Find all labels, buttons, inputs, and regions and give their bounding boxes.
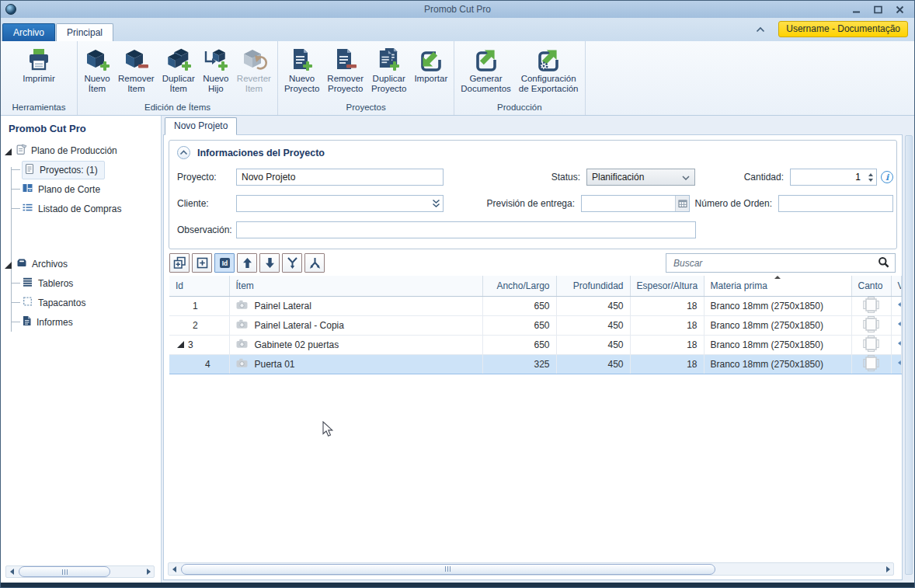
ribbon-group-proyectos: Nuevo Proyecto Remover Proyecto Duplicar… xyxy=(278,41,454,115)
column-header-materia-prima[interactable]: Materia prima xyxy=(704,276,851,296)
minimize-button[interactable] xyxy=(851,5,861,15)
insert-button[interactable] xyxy=(192,253,212,273)
project-tab[interactable]: Novo Projeto xyxy=(165,117,237,135)
status-dropdown[interactable]: Planificación xyxy=(586,169,695,186)
scroll-left-arrow[interactable] xyxy=(6,566,17,577)
tree-node-tapacantos[interactable]: Tapacantos xyxy=(1,293,161,312)
ribbon-collapse-button[interactable] xyxy=(752,23,769,37)
column-header-vet[interactable]: Vet xyxy=(891,276,902,296)
tree-node-archivos[interactable]: Archivos xyxy=(1,254,161,273)
sidebar-horizontal-scrollbar[interactable] xyxy=(5,565,155,578)
move-row-handle[interactable] xyxy=(898,341,902,352)
column-header-profundidad[interactable]: Profundidad xyxy=(556,276,630,296)
prevision-label: Previsión de entrega: xyxy=(483,198,575,209)
table-row[interactable]: 2 Painel Lateral - Copia 650 450 18 Bran… xyxy=(169,315,902,335)
prevision-input[interactable] xyxy=(582,196,675,211)
column-header-ancho[interactable]: Ancho/Largo xyxy=(482,276,556,296)
cubes-plus-icon xyxy=(165,46,192,74)
column-header-id[interactable]: Id xyxy=(169,276,229,296)
tree-node-label: Listado de Compras xyxy=(38,204,121,214)
cantidad-input[interactable] xyxy=(791,169,865,185)
move-row-handle[interactable] xyxy=(898,360,902,371)
spin-up-icon[interactable] xyxy=(868,173,873,176)
merge-button[interactable] xyxy=(282,253,302,273)
project-info-panel: Informaciones del Proyecto Proyecto: Sta… xyxy=(169,140,897,249)
remover-proyecto-button[interactable]: Remover Proyecto xyxy=(323,43,367,101)
configuracion-exportacion-button[interactable]: Configuración de Exportación xyxy=(515,43,583,101)
scroll-right-arrow[interactable] xyxy=(882,564,893,575)
edgeband-cell-button[interactable] xyxy=(860,324,882,335)
edgeband-cell-button[interactable] xyxy=(860,363,882,374)
calendar-icon[interactable] xyxy=(675,196,689,211)
duplicar-proyecto-button[interactable]: Duplicar Proyecto xyxy=(367,43,410,101)
tree-node-plano-de-produccion[interactable]: Plano de Producción xyxy=(1,141,161,160)
expander-icon[interactable] xyxy=(5,260,12,267)
ribbon-tab-row: Archivo Principal Username - Documentaçã… xyxy=(1,18,914,41)
observacion-input[interactable] xyxy=(236,221,696,238)
scroll-right-arrow[interactable] xyxy=(143,566,154,577)
importar-button[interactable]: Importar xyxy=(410,43,451,101)
double-chevron-down-icon[interactable] xyxy=(429,196,443,211)
vertical-scrollbar[interactable] xyxy=(905,135,913,575)
group-label-proyectos: Proyectos xyxy=(280,101,451,115)
nuevo-proyecto-button[interactable]: Nuevo Proyecto xyxy=(280,43,323,101)
generar-documentos-button[interactable]: Generar Documentos xyxy=(457,43,515,101)
move-up-button[interactable] xyxy=(237,253,257,273)
tab-archivo[interactable]: Archivo xyxy=(2,23,55,41)
table-row[interactable]: 3 Gabinete 02 puertas 650 450 18 Branco … xyxy=(169,335,902,354)
panel-collapse-button[interactable] xyxy=(177,146,190,159)
window-bottom-edge xyxy=(1,583,914,587)
tab-principal[interactable]: Principal xyxy=(56,23,113,41)
cut-plan-icon xyxy=(22,183,33,196)
column-header-espesor[interactable]: Espesor/Altura xyxy=(630,276,704,296)
table-row-selected[interactable]: 4 Puerta 01 325 450 18 Branco 18mm (2750… xyxy=(169,354,902,374)
imprimir-label: Imprimir xyxy=(23,74,55,84)
expander-icon[interactable] xyxy=(5,147,12,154)
cantidad-stepper[interactable] xyxy=(790,169,877,186)
move-down-button[interactable] xyxy=(259,253,280,273)
maximize-button[interactable] xyxy=(873,5,883,15)
user-documentation-button[interactable]: Username - Documentação xyxy=(778,21,908,37)
tree-node-proyectos[interactable]: Proyectos: (1) xyxy=(1,160,161,179)
column-header-item[interactable]: Ítem xyxy=(229,276,482,296)
numero-orden-input[interactable] xyxy=(778,195,893,212)
split-button[interactable] xyxy=(304,253,325,273)
printer-icon xyxy=(26,46,51,74)
edgeband-cell-button[interactable] xyxy=(860,343,882,354)
move-row-handle[interactable] xyxy=(898,302,902,313)
cliente-label: Cliente: xyxy=(177,198,236,209)
scroll-left-arrow[interactable] xyxy=(169,564,179,575)
table-horizontal-scrollbar[interactable] xyxy=(168,562,894,576)
duplicar-item-button[interactable]: Duplicar Ítem xyxy=(158,43,199,101)
proyecto-input[interactable] xyxy=(236,169,444,186)
table-row[interactable]: 1 Painel Lateral 650 450 18 Branco 18mm … xyxy=(169,296,902,315)
camera-icon xyxy=(236,339,248,350)
cliente-input[interactable] xyxy=(237,196,429,211)
document-icon xyxy=(24,163,35,177)
remover-item-button[interactable]: Remover Item xyxy=(114,43,158,101)
tree-node-plano-de-corte[interactable]: Plano de Corte xyxy=(1,179,161,199)
content-area: Novo Projeto Informaciones del Proyecto … xyxy=(162,116,914,583)
id-column-button[interactable]: Id xyxy=(214,253,235,273)
column-header-canto[interactable]: Canto xyxy=(851,276,891,296)
export-icon xyxy=(474,46,499,74)
spin-down-icon[interactable] xyxy=(868,179,873,182)
row-expander-icon[interactable] xyxy=(177,339,184,350)
info-icon[interactable]: i xyxy=(881,171,893,183)
edgeband-cell-button[interactable] xyxy=(860,304,882,315)
tree-node-informes[interactable]: Informes xyxy=(1,312,161,332)
move-row-handle[interactable] xyxy=(898,322,902,332)
imprimir-button[interactable]: Imprimir xyxy=(3,43,75,101)
search-icon[interactable] xyxy=(878,256,889,270)
proyecto-label: Proyecto: xyxy=(177,172,236,183)
chevron-down-icon xyxy=(682,172,690,183)
nuevo-hijo-button[interactable]: Nuevo Hijo xyxy=(199,43,233,101)
expand-all-button[interactable] xyxy=(169,253,190,273)
close-button[interactable] xyxy=(895,5,905,15)
app-window: Promob Cut Pro Archivo Principal Usernam… xyxy=(0,0,915,588)
status-label: Status: xyxy=(544,172,580,183)
nuevo-item-button[interactable]: Nuevo Ítem xyxy=(80,43,114,101)
tree-node-listado-de-compras[interactable]: Listado de Compras xyxy=(1,199,161,218)
search-input[interactable] xyxy=(672,257,878,270)
tree-node-tableros[interactable]: Tableros xyxy=(1,273,161,293)
